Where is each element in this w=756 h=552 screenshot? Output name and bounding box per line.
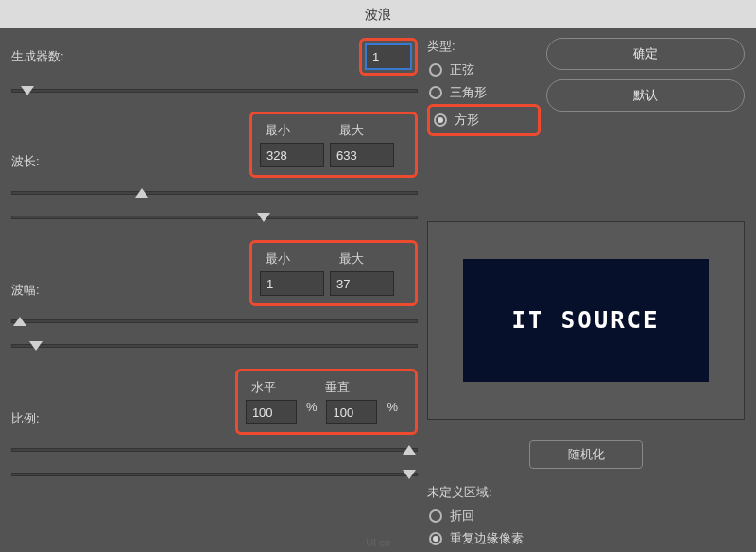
- scale-horiz-slider[interactable]: [11, 440, 418, 459]
- amplitude-highlight: 最小 最大: [249, 240, 418, 306]
- scale-vert-input[interactable]: [326, 400, 377, 424]
- radio-icon: [429, 532, 442, 545]
- wavelength-min-slider[interactable]: [11, 183, 418, 202]
- amplitude-min-label: 最小: [260, 250, 328, 267]
- undefined-area-title: 未定义区域:: [427, 484, 745, 501]
- watermark: UI cn: [366, 537, 390, 548]
- randomize-button[interactable]: 随机化: [529, 440, 643, 469]
- type-group: 类型: 正弦 三角形 方形: [427, 38, 541, 136]
- type-sine-label: 正弦: [450, 61, 474, 78]
- wavelength-max-slider[interactable]: [11, 208, 418, 227]
- scale-v-pct: %: [387, 400, 398, 424]
- wavelength-highlight: 最小 最大: [249, 112, 418, 178]
- amplitude-min-input[interactable]: [260, 271, 324, 296]
- scale-h-pct: %: [306, 400, 318, 424]
- generators-input[interactable]: [366, 44, 411, 69]
- type-triangle-row[interactable]: 三角形: [427, 81, 541, 104]
- type-square-label: 方形: [455, 112, 479, 129]
- scale-row: 比例: 水平 垂直 % %: [11, 369, 418, 435]
- wavelength-label: 波长:: [11, 153, 68, 178]
- preview-panel: IT SOURCE: [427, 221, 745, 420]
- type-title: 类型:: [427, 38, 541, 55]
- undef-repeat-label: 重复边缘像素: [450, 530, 524, 547]
- undef-repeat-row[interactable]: 重复边缘像素: [427, 527, 745, 550]
- wavelength-max-label: 最大: [334, 122, 402, 139]
- scale-h-label: 水平: [246, 379, 314, 396]
- amplitude-max-label: 最大: [334, 250, 402, 267]
- amplitude-max-input[interactable]: [330, 271, 394, 296]
- preview-image: IT SOURCE: [463, 259, 709, 382]
- amplitude-min-slider[interactable]: [11, 312, 418, 331]
- defaults-button[interactable]: 默认: [546, 79, 745, 112]
- wavelength-max-input[interactable]: [330, 143, 394, 167]
- radio-icon: [434, 113, 447, 127]
- wavelength-min-label: 最小: [260, 122, 328, 139]
- type-sine-row[interactable]: 正弦: [427, 59, 541, 81]
- left-column: 生成器数: 波长: 最小 最大: [11, 38, 418, 550]
- type-square-highlight: 方形: [427, 104, 541, 136]
- generators-slider[interactable]: [11, 81, 418, 100]
- ok-button[interactable]: 确定: [546, 38, 745, 70]
- preview-text: IT SOURCE: [511, 307, 660, 334]
- type-triangle-label: 三角形: [450, 84, 487, 101]
- generators-highlight: [359, 38, 418, 76]
- generators-row: 生成器数:: [11, 38, 418, 76]
- amplitude-label: 波幅:: [11, 282, 68, 306]
- dialog-body: 生成器数: 波长: 最小 最大: [0, 28, 756, 552]
- wavelength-min-input[interactable]: [260, 143, 324, 167]
- titlebar: 波浪: [0, 0, 756, 28]
- scale-horiz-input[interactable]: [246, 400, 297, 424]
- scale-label: 比例:: [11, 410, 68, 435]
- scale-vert-slider[interactable]: [11, 465, 418, 484]
- undef-wrap-row[interactable]: 折回: [427, 505, 745, 527]
- undefined-area-group: 未定义区域: 折回 重复边缘像素: [427, 484, 745, 550]
- generators-label: 生成器数:: [11, 48, 68, 65]
- amplitude-max-slider[interactable]: [11, 336, 418, 355]
- radio-icon: [429, 509, 442, 523]
- type-square-row[interactable]: 方形: [432, 109, 536, 131]
- scale-highlight: 水平 垂直 % %: [235, 369, 418, 435]
- wavelength-row: 波长: 最小 最大: [11, 112, 418, 178]
- right-column: 确定 默认 类型: 正弦 三角形 方形 IT SOURCE: [418, 38, 745, 550]
- scale-v-label: 垂直: [319, 379, 387, 396]
- radio-icon: [429, 63, 442, 77]
- radio-icon: [429, 86, 442, 99]
- undef-wrap-label: 折回: [450, 508, 474, 525]
- amplitude-row: 波幅: 最小 最大: [11, 240, 418, 306]
- button-stack: 确定 默认: [546, 38, 745, 121]
